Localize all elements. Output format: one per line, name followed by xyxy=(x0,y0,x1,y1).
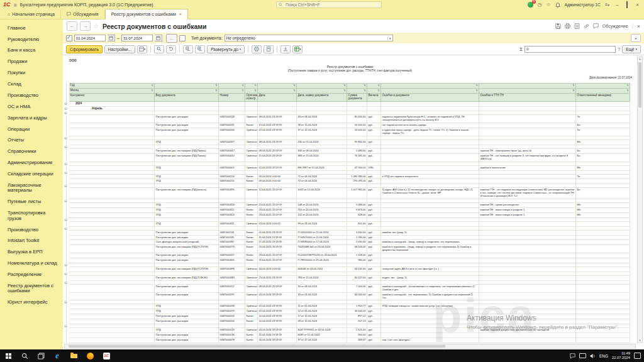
export-table-icon[interactable]: ▾ xyxy=(292,45,303,53)
preview-icon[interactable] xyxy=(574,23,580,29)
scrollbar-thumb[interactable] xyxy=(69,345,445,348)
global-search[interactable] xyxy=(276,1,382,8)
sort-icon[interactable]: ⇅ xyxy=(377,84,379,87)
sidebar-item[interactable]: Реестр документов с ошибками xyxy=(0,280,63,297)
collapse-groups-icon[interactable] xyxy=(183,45,193,53)
sidebar-item[interactable]: Операции xyxy=(0,124,63,135)
language-indicator[interactable]: ENG xyxy=(599,354,608,358)
sidebar-item[interactable]: Путевые листы xyxy=(0,197,63,208)
taskbar-1c-button[interactable]: 1С xyxy=(98,349,114,362)
close-report-icon[interactable]: × xyxy=(637,23,640,30)
minimize-button[interactable]: – xyxy=(614,3,620,8)
doc-type-checkbox[interactable] xyxy=(179,35,186,41)
sort-icon[interactable]: ⇅ xyxy=(475,89,477,92)
sort-icon[interactable]: ⇅ xyxy=(626,84,628,87)
date-to-field[interactable] xyxy=(121,35,153,41)
sidebar-item[interactable]: Склад xyxy=(0,79,63,90)
sort-icon[interactable]: ⇅ xyxy=(151,84,153,87)
current-user[interactable]: Администратор 1С xyxy=(565,3,601,7)
taskbar-start-button[interactable] xyxy=(0,349,16,362)
favorites-star-icon[interactable]: ☆ xyxy=(547,3,551,8)
tab-item[interactable]: ⌂Начальная страница xyxy=(2,9,61,19)
tab-item[interactable]: Обсуждения xyxy=(61,9,105,19)
favorite-star-icon[interactable]: ☆ xyxy=(93,23,99,30)
sidebar-item[interactable]: Банк и касса xyxy=(0,45,63,57)
more-button[interactable]: Ещё▾ xyxy=(622,45,641,53)
period-checkbox[interactable] xyxy=(66,35,72,41)
sidebar-item[interactable]: Транспортировка грузов xyxy=(0,208,63,224)
discussions-icon[interactable]: 9 xyxy=(528,2,533,8)
sidebar-item[interactable]: Покупки xyxy=(0,68,63,79)
date-from-field[interactable] xyxy=(74,35,106,41)
sidebar-item[interactable]: Справочники xyxy=(0,146,63,158)
sidebar-item[interactable]: Продажи xyxy=(0,57,63,68)
sort-icon[interactable]: ⇅ xyxy=(626,89,628,92)
refresh-icon[interactable] xyxy=(166,45,176,53)
network-icon[interactable] xyxy=(579,353,586,358)
scrollbar-thumb[interactable] xyxy=(638,62,641,107)
sort-icon[interactable]: ⇅ xyxy=(254,89,256,92)
sidebar-item[interactable]: Юрист интерфейс xyxy=(0,297,63,309)
sidebar-item[interactable]: Распределение xyxy=(0,269,63,280)
sort-icon[interactable]: ⇅ xyxy=(343,84,345,87)
sort-icon[interactable]: ⇅ xyxy=(254,84,256,87)
tab-close-icon[interactable]: × xyxy=(179,12,182,16)
sidebar-item[interactable]: Выгрузка в ЕРП xyxy=(0,247,63,258)
discussion-label[interactable]: Обсуждение xyxy=(602,24,628,28)
sort-icon[interactable]: ⇅ xyxy=(343,89,345,92)
taskbar-firefox-button[interactable] xyxy=(82,349,98,362)
sidebar-item[interactable]: Складские операции xyxy=(0,168,63,180)
tray-chat-icon[interactable] xyxy=(570,353,575,359)
sidebar-item[interactable]: Производство xyxy=(0,90,63,101)
expand-to-button[interactable]: Развернуть до▾ xyxy=(207,45,245,53)
report-variants-button[interactable]: ▾ xyxy=(137,45,147,53)
search-input[interactable] xyxy=(284,2,379,8)
calendar-icon[interactable] xyxy=(108,35,115,41)
sidebar-item[interactable]: Infostart Toolkit xyxy=(0,236,63,247)
forward-button[interactable]: → xyxy=(80,21,91,31)
sort-icon[interactable]: ⇅ xyxy=(364,84,365,87)
sidebar-item[interactable]: Главное xyxy=(0,23,63,34)
back-button[interactable]: ← xyxy=(67,21,77,31)
help-icon[interactable]: ? xyxy=(618,47,620,52)
link-icon[interactable] xyxy=(584,23,589,29)
sort-icon[interactable]: ⇅ xyxy=(151,89,153,92)
sort-icon[interactable]: ⇅ xyxy=(215,84,217,87)
calendar-icon[interactable] xyxy=(155,35,162,41)
restore-button[interactable] xyxy=(625,3,630,8)
collapse-filter-button[interactable]: ▾ xyxy=(631,34,641,42)
preview-toolbar-icon[interactable] xyxy=(264,45,274,53)
sidebar-item[interactable]: ОС и НМА xyxy=(0,101,63,112)
vertical-scrollbar[interactable]: ▲▼ xyxy=(637,57,643,343)
sort-icon[interactable]: ⇅ xyxy=(242,84,243,87)
period-more-button[interactable]: ... xyxy=(166,34,177,43)
taskbar-task-view-button[interactable] xyxy=(33,349,49,362)
sidebar-item[interactable]: Администрирование xyxy=(0,158,63,169)
collapse-group-icon[interactable]: ⊖ xyxy=(64,102,67,106)
sort-icon[interactable]: ⇅ xyxy=(293,89,295,92)
close-window-button[interactable]: × xyxy=(634,3,641,8)
find-icon[interactable] xyxy=(154,45,164,53)
volume-icon[interactable] xyxy=(590,353,596,359)
sort-icon[interactable]: ⇅ xyxy=(572,84,574,87)
generate-button[interactable]: Сформировать xyxy=(66,45,103,53)
tab-active[interactable]: Реестр документов с ошибками× xyxy=(105,9,188,19)
sidebar-item[interactable]: Производство xyxy=(0,224,63,236)
action-center-icon[interactable] xyxy=(634,353,641,359)
print-toolbar-icon[interactable] xyxy=(252,45,262,53)
settings-button[interactable]: Настройки... xyxy=(104,45,135,53)
sort-icon[interactable]: ⇅ xyxy=(364,89,365,92)
save-icon[interactable] xyxy=(555,23,561,29)
sort-icon[interactable]: ⇅ xyxy=(242,89,243,92)
print-icon[interactable] xyxy=(565,23,570,29)
expand-groups-icon[interactable] xyxy=(195,45,205,53)
collapse-group-icon[interactable]: ⊖ xyxy=(64,107,67,111)
taskbar-file-explorer-button[interactable] xyxy=(65,349,82,362)
sort-icon[interactable]: ⇅ xyxy=(215,89,217,92)
sidebar-item[interactable]: Номенклатура и склад xyxy=(0,258,63,270)
sort-icon[interactable]: ⇅ xyxy=(377,89,379,92)
sidebar-item[interactable]: Лакокрасочные материалы xyxy=(0,180,63,196)
taskbar-search-button[interactable] xyxy=(16,349,33,362)
clock[interactable]: 11:49 22.07.2024 xyxy=(612,351,630,359)
group-gutter[interactable]: ⊖ xyxy=(64,107,69,112)
